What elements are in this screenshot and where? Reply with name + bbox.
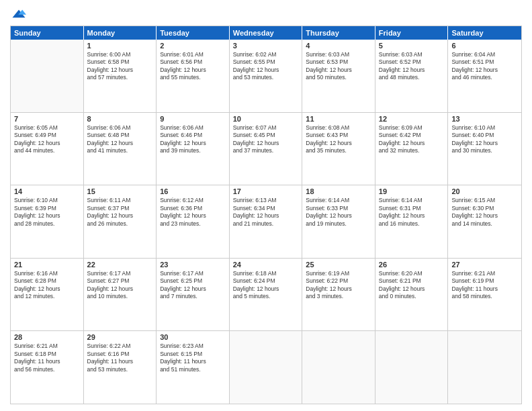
day-info: Sunrise: 6:06 AM Sunset: 6:48 PM Dayligh…: [87, 124, 153, 155]
day-info: Sunrise: 6:10 AM Sunset: 6:40 PM Dayligh…: [451, 124, 518, 155]
day-number: 12: [379, 115, 445, 123]
day-info: Sunrise: 6:15 AM Sunset: 6:30 PM Dayligh…: [451, 197, 518, 228]
day-cell-16: 16Sunrise: 6:12 AM Sunset: 6:36 PM Dayli…: [157, 185, 230, 258]
weekday-header-wednesday: Wednesday: [230, 26, 303, 40]
day-cell-13: 13Sunrise: 6:10 AM Sunset: 6:40 PM Dayli…: [448, 113, 521, 185]
day-number: 7: [14, 115, 80, 123]
day-cell-26: 26Sunrise: 6:20 AM Sunset: 6:21 PM Dayli…: [375, 259, 449, 331]
weekday-header-thursday: Thursday: [302, 26, 375, 40]
day-number: 3: [233, 42, 299, 50]
empty-cell: [375, 331, 449, 404]
day-cell-28: 28Sunrise: 6:21 AM Sunset: 6:18 PM Dayli…: [11, 331, 84, 404]
header: [10, 7, 522, 21]
day-number: 2: [160, 42, 226, 50]
day-info: Sunrise: 6:02 AM Sunset: 6:55 PM Dayligh…: [233, 51, 299, 82]
day-cell-27: 27Sunrise: 6:21 AM Sunset: 6:19 PM Dayli…: [448, 259, 521, 331]
day-cell-21: 21Sunrise: 6:16 AM Sunset: 6:28 PM Dayli…: [11, 259, 84, 331]
day-number: 1: [87, 42, 153, 50]
day-number: 15: [87, 187, 153, 195]
day-number: 27: [451, 261, 518, 269]
calendar-row-4: 28Sunrise: 6:21 AM Sunset: 6:18 PM Dayli…: [11, 331, 521, 404]
day-cell-14: 14Sunrise: 6:10 AM Sunset: 6:39 PM Dayli…: [11, 185, 84, 258]
day-cell-11: 11Sunrise: 6:08 AM Sunset: 6:43 PM Dayli…: [302, 113, 375, 185]
day-number: 10: [233, 115, 299, 123]
empty-cell: [11, 40, 84, 112]
day-info: Sunrise: 6:00 AM Sunset: 6:58 PM Dayligh…: [87, 51, 153, 82]
day-info: Sunrise: 6:12 AM Sunset: 6:36 PM Dayligh…: [160, 197, 226, 228]
day-info: Sunrise: 6:07 AM Sunset: 6:45 PM Dayligh…: [233, 124, 299, 155]
day-cell-29: 29Sunrise: 6:22 AM Sunset: 6:16 PM Dayli…: [84, 331, 157, 404]
logo-general: [10, 7, 26, 21]
day-cell-4: 4Sunrise: 6:03 AM Sunset: 6:53 PM Daylig…: [302, 40, 375, 112]
empty-cell: [302, 331, 375, 404]
day-cell-24: 24Sunrise: 6:18 AM Sunset: 6:24 PM Dayli…: [230, 259, 303, 331]
calendar: SundayMondayTuesdayWednesdayThursdayFrid…: [10, 26, 522, 404]
day-info: Sunrise: 6:21 AM Sunset: 6:19 PM Dayligh…: [451, 270, 518, 301]
day-info: Sunrise: 6:09 AM Sunset: 6:42 PM Dayligh…: [379, 124, 445, 155]
day-info: Sunrise: 6:03 AM Sunset: 6:53 PM Dayligh…: [306, 51, 371, 82]
day-number: 16: [160, 187, 226, 195]
day-cell-1: 1Sunrise: 6:00 AM Sunset: 6:58 PM Daylig…: [84, 40, 157, 112]
day-info: Sunrise: 6:22 AM Sunset: 6:16 PM Dayligh…: [87, 342, 153, 373]
calendar-body: 1Sunrise: 6:00 AM Sunset: 6:58 PM Daylig…: [11, 40, 521, 404]
day-cell-20: 20Sunrise: 6:15 AM Sunset: 6:30 PM Dayli…: [448, 185, 521, 258]
day-number: 9: [160, 115, 226, 123]
empty-cell: [448, 331, 521, 404]
day-number: 24: [233, 261, 299, 269]
day-cell-23: 23Sunrise: 6:17 AM Sunset: 6:25 PM Dayli…: [157, 259, 230, 331]
day-info: Sunrise: 6:11 AM Sunset: 6:37 PM Dayligh…: [87, 197, 153, 228]
day-info: Sunrise: 6:08 AM Sunset: 6:43 PM Dayligh…: [306, 124, 371, 155]
weekday-header-sunday: Sunday: [11, 26, 84, 40]
day-info: Sunrise: 6:14 AM Sunset: 6:31 PM Dayligh…: [379, 197, 445, 228]
day-cell-15: 15Sunrise: 6:11 AM Sunset: 6:37 PM Dayli…: [84, 185, 157, 258]
day-number: 30: [160, 333, 226, 341]
day-info: Sunrise: 6:01 AM Sunset: 6:56 PM Dayligh…: [160, 51, 226, 82]
day-cell-22: 22Sunrise: 6:17 AM Sunset: 6:27 PM Dayli…: [84, 259, 157, 331]
weekday-header-monday: Monday: [84, 26, 157, 40]
calendar-row-2: 14Sunrise: 6:10 AM Sunset: 6:39 PM Dayli…: [11, 185, 521, 259]
day-cell-25: 25Sunrise: 6:19 AM Sunset: 6:22 PM Dayli…: [302, 259, 375, 331]
day-info: Sunrise: 6:23 AM Sunset: 6:15 PM Dayligh…: [160, 342, 226, 373]
weekday-header-saturday: Saturday: [448, 26, 521, 40]
day-number: 4: [306, 42, 371, 50]
empty-cell: [230, 331, 303, 404]
day-info: Sunrise: 6:06 AM Sunset: 6:46 PM Dayligh…: [160, 124, 226, 155]
day-cell-3: 3Sunrise: 6:02 AM Sunset: 6:55 PM Daylig…: [230, 40, 303, 112]
day-cell-9: 9Sunrise: 6:06 AM Sunset: 6:46 PM Daylig…: [157, 113, 230, 185]
day-number: 18: [306, 187, 371, 195]
calendar-header: SundayMondayTuesdayWednesdayThursdayFrid…: [11, 26, 521, 40]
day-cell-17: 17Sunrise: 6:13 AM Sunset: 6:34 PM Dayli…: [230, 185, 303, 258]
day-info: Sunrise: 6:18 AM Sunset: 6:24 PM Dayligh…: [233, 270, 299, 301]
weekday-header-tuesday: Tuesday: [157, 26, 230, 40]
day-cell-30: 30Sunrise: 6:23 AM Sunset: 6:15 PM Dayli…: [157, 331, 230, 404]
day-cell-6: 6Sunrise: 6:04 AM Sunset: 6:51 PM Daylig…: [448, 40, 521, 112]
day-info: Sunrise: 6:13 AM Sunset: 6:34 PM Dayligh…: [233, 197, 299, 228]
calendar-row-3: 21Sunrise: 6:16 AM Sunset: 6:28 PM Dayli…: [11, 259, 521, 332]
day-cell-8: 8Sunrise: 6:06 AM Sunset: 6:48 PM Daylig…: [84, 113, 157, 185]
day-number: 25: [306, 261, 371, 269]
day-info: Sunrise: 6:19 AM Sunset: 6:22 PM Dayligh…: [306, 270, 371, 301]
day-number: 8: [87, 115, 153, 123]
day-cell-12: 12Sunrise: 6:09 AM Sunset: 6:42 PM Dayli…: [375, 113, 449, 185]
day-number: 6: [451, 42, 518, 50]
day-number: 19: [379, 187, 445, 195]
day-cell-2: 2Sunrise: 6:01 AM Sunset: 6:56 PM Daylig…: [157, 40, 230, 112]
day-number: 14: [14, 187, 80, 195]
day-info: Sunrise: 6:20 AM Sunset: 6:21 PM Dayligh…: [379, 270, 445, 301]
calendar-row-0: 1Sunrise: 6:00 AM Sunset: 6:58 PM Daylig…: [11, 40, 521, 113]
day-cell-5: 5Sunrise: 6:03 AM Sunset: 6:52 PM Daylig…: [375, 40, 449, 112]
day-info: Sunrise: 6:17 AM Sunset: 6:27 PM Dayligh…: [87, 270, 153, 301]
day-number: 23: [160, 261, 226, 269]
day-number: 13: [451, 115, 518, 123]
day-info: Sunrise: 6:05 AM Sunset: 6:49 PM Dayligh…: [14, 124, 80, 155]
day-number: 29: [87, 333, 153, 341]
day-info: Sunrise: 6:21 AM Sunset: 6:18 PM Dayligh…: [14, 342, 80, 373]
day-info: Sunrise: 6:04 AM Sunset: 6:51 PM Dayligh…: [451, 51, 518, 82]
weekday-header-friday: Friday: [375, 26, 449, 40]
day-info: Sunrise: 6:17 AM Sunset: 6:25 PM Dayligh…: [160, 270, 226, 301]
day-cell-18: 18Sunrise: 6:14 AM Sunset: 6:33 PM Dayli…: [302, 185, 375, 258]
logo: [10, 7, 26, 21]
day-number: 5: [379, 42, 445, 50]
day-info: Sunrise: 6:03 AM Sunset: 6:52 PM Dayligh…: [379, 51, 445, 82]
page: SundayMondayTuesdayWednesdayThursdayFrid…: [0, 0, 532, 411]
